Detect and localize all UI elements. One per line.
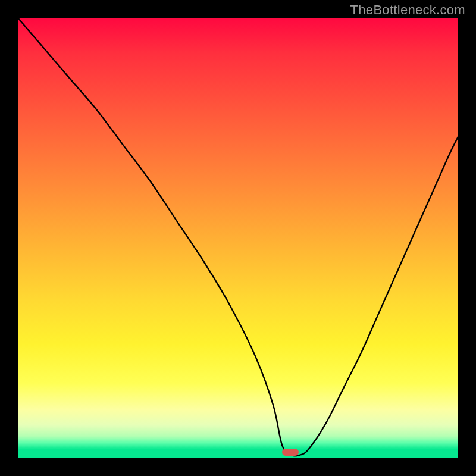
optimal-point-marker bbox=[282, 449, 299, 456]
chart-frame: TheBottleneck.com bbox=[0, 0, 476, 476]
plot-area bbox=[18, 18, 458, 458]
bottleneck-curve bbox=[18, 18, 458, 458]
watermark-text: TheBottleneck.com bbox=[350, 2, 465, 18]
